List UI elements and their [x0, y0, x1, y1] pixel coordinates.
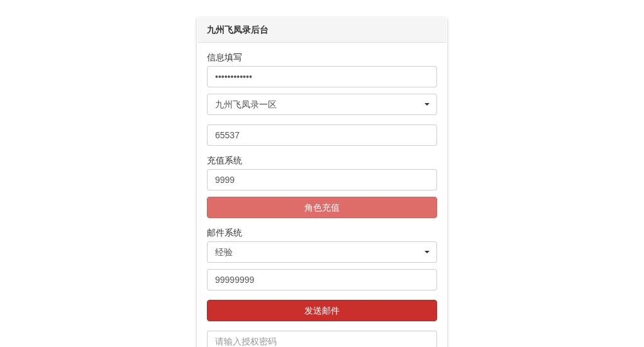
mail-group: 邮件系统 经验 — [207, 228, 437, 263]
recharge-button[interactable]: 角色充值 — [207, 197, 437, 218]
password-input[interactable] — [207, 66, 437, 87]
info-label: 信息填写 — [207, 52, 437, 63]
recharge-label: 充值系统 — [207, 155, 437, 167]
mail-label: 邮件系统 — [207, 228, 437, 239]
server-select[interactable]: 九州飞凤录一区 — [207, 94, 437, 115]
panel-title: 九州飞凤录后台 — [207, 25, 269, 35]
admin-panel: 九州飞凤录后台 信息填写 九州飞凤录一区 充值系统 角色充值 — [197, 18, 447, 347]
auth-password-input[interactable] — [207, 331, 437, 347]
send-mail-button[interactable]: 发送邮件 — [207, 300, 437, 321]
mail-qty-group — [207, 269, 437, 290]
server-group: 九州飞凤录一区 — [207, 94, 437, 115]
mail-button-group: 发送邮件 — [207, 300, 437, 321]
panel-heading: 九州飞凤录后台 — [197, 18, 447, 43]
number-group — [207, 124, 437, 146]
mail-qty-input[interactable] — [207, 269, 437, 290]
mail-type-select[interactable]: 经验 — [207, 241, 437, 263]
recharge-button-group: 角色充值 — [207, 197, 437, 218]
panel-body: 信息填写 九州飞凤录一区 充值系统 角色充值 邮件系统 — [197, 43, 447, 347]
recharge-group: 充值系统 — [207, 155, 437, 190]
recharge-amount-input[interactable] — [207, 169, 437, 190]
info-group: 信息填写 — [207, 52, 437, 87]
auth-group — [207, 331, 437, 347]
number-input[interactable] — [207, 124, 437, 146]
